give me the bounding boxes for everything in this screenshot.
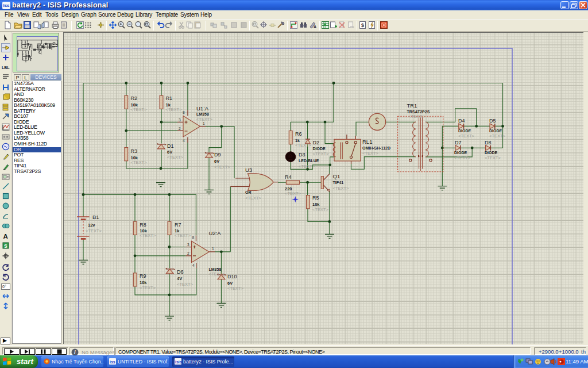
svg-text:A: A (314, 25, 316, 29)
svg-text:S: S (4, 243, 7, 249)
svg-text:$: $ (361, 22, 364, 28)
svg-text:A: A (3, 233, 8, 240)
svg-text:isis: isis (175, 360, 181, 364)
svg-text:iss: iss (110, 360, 115, 364)
svg-text:LBL: LBL (2, 66, 10, 70)
